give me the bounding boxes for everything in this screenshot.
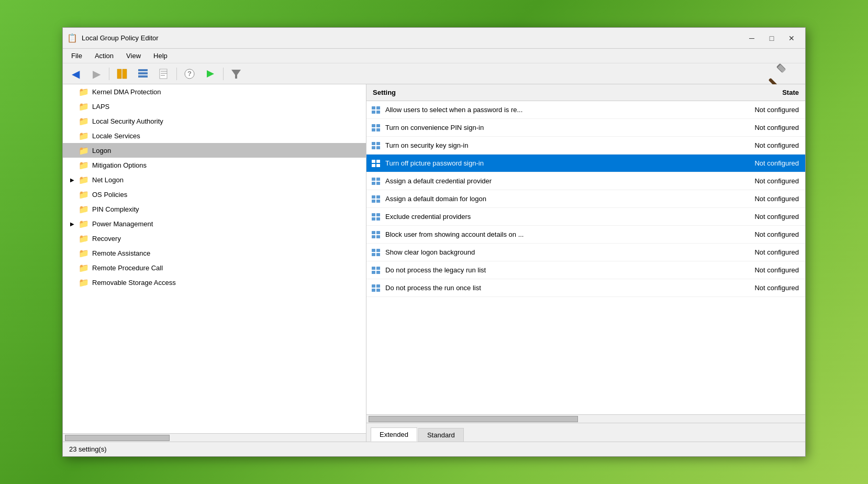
- show-hide-button[interactable]: [113, 65, 131, 82]
- tree-item-removable-storage[interactable]: 📁 Removable Storage Access: [63, 275, 366, 290]
- svg-rect-23: [372, 128, 375, 131]
- setting-state: Not configured: [690, 264, 805, 276]
- settings-row[interactable]: Block user from showing account details …: [366, 226, 805, 244]
- svg-rect-43: [372, 217, 375, 221]
- svg-rect-50: [376, 249, 380, 252]
- tab-standard[interactable]: Standard: [418, 428, 464, 442]
- svg-rect-32: [376, 164, 380, 167]
- back-button[interactable]: ◀: [66, 65, 85, 82]
- content-area: 📁 Kernel DMA Protection 📁 LAPS 📁 Local S…: [63, 84, 805, 442]
- svg-rect-27: [372, 146, 375, 149]
- tree-item-label: Recovery: [92, 235, 121, 243]
- settings-row[interactable]: Exclude credential providers Not configu…: [366, 208, 805, 226]
- menu-action[interactable]: Action: [88, 51, 120, 61]
- setting-name: Do not process the run once list: [381, 282, 690, 294]
- svg-rect-34: [376, 178, 380, 181]
- settings-row[interactable]: Do not process the legacy run list Not c…: [366, 261, 805, 279]
- setting-state: Not configured: [690, 228, 805, 240]
- svg-rect-26: [376, 142, 380, 145]
- settings-row[interactable]: Do not process the run once list Not con…: [366, 279, 805, 297]
- settings-row[interactable]: Assign a default domain for logon Not co…: [366, 190, 805, 208]
- setting-icon: [366, 267, 381, 274]
- svg-rect-22: [376, 124, 380, 127]
- setting-icon: [366, 160, 381, 167]
- title-bar: 📋 Local Group Policy Editor ─ □ ✕: [63, 28, 805, 49]
- help-button[interactable]: ?: [180, 65, 199, 82]
- folder-icon: 📁: [79, 219, 89, 229]
- svg-rect-25: [372, 142, 375, 145]
- menu-file[interactable]: File: [65, 51, 88, 61]
- folder-icon: 📁: [79, 87, 89, 97]
- tree-item-locale-services[interactable]: 📁 Locale Services: [63, 128, 366, 143]
- maximize-button[interactable]: □: [762, 31, 781, 46]
- tree-item-kernel-dma[interactable]: 📁 Kernel DMA Protection: [63, 84, 366, 99]
- run-button[interactable]: [201, 65, 220, 82]
- left-pane-scrollbar[interactable]: [63, 433, 366, 442]
- tree-item-remote-procedure[interactable]: 📁 Remote Procedure Call: [63, 260, 366, 275]
- tree-item-label: Power Management: [92, 220, 153, 228]
- setting-state: Not configured: [690, 157, 805, 169]
- toolbar-separator-3: [223, 68, 224, 80]
- close-button[interactable]: ✕: [782, 31, 801, 46]
- settings-row[interactable]: Allow users to select when a password is…: [366, 101, 805, 119]
- folder-icon: 📁: [79, 146, 89, 156]
- setting-icon: [366, 178, 381, 185]
- properties-button[interactable]: [154, 65, 173, 82]
- tree-item-mitigation[interactable]: 📁 Mitigation Options: [63, 158, 366, 172]
- right-pane-scrollbar[interactable]: [366, 414, 805, 423]
- tree-item-logon[interactable]: 📁 Logon: [63, 143, 366, 158]
- tree-item-label: Logon: [92, 147, 111, 155]
- tree-item-label: Remote Assistance: [92, 249, 150, 257]
- status-bar: 23 setting(s): [63, 442, 805, 456]
- tree-item-laps[interactable]: 📁 LAPS: [63, 99, 366, 114]
- tree-item-label: PIN Complexity: [92, 205, 139, 213]
- tree-item-label: Kernel DMA Protection: [92, 88, 161, 96]
- details-button[interactable]: [133, 65, 152, 82]
- settings-row[interactable]: Show clear logon background Not configur…: [366, 244, 805, 261]
- setting-state: Not configured: [690, 282, 805, 294]
- menu-help[interactable]: Help: [147, 51, 174, 61]
- setting-state: Not configured: [690, 246, 805, 258]
- tree-item-os-policies[interactable]: 📁 OS Policies: [63, 187, 366, 202]
- tree-item-label: Removable Storage Access: [92, 279, 176, 287]
- svg-rect-45: [372, 231, 375, 234]
- svg-rect-55: [372, 271, 375, 274]
- svg-rect-57: [372, 284, 375, 288]
- menu-view[interactable]: View: [120, 51, 147, 61]
- settings-row[interactable]: Turn on convenience PIN sign-in Not conf…: [366, 119, 805, 137]
- folder-icon: 📁: [79, 102, 89, 112]
- minimize-button[interactable]: ─: [742, 31, 761, 46]
- svg-rect-5: [160, 69, 167, 79]
- toolbar-separator-1: [109, 68, 109, 80]
- settings-row[interactable]: Turn on security key sign-in Not configu…: [366, 137, 805, 155]
- svg-marker-12: [231, 70, 241, 79]
- setting-name: Allow users to select when a password is…: [381, 104, 690, 116]
- svg-rect-20: [376, 111, 380, 114]
- tree-item-remote-assistance[interactable]: 📁 Remote Assistance: [63, 246, 366, 260]
- tab-extended[interactable]: Extended: [371, 427, 417, 442]
- filter-button[interactable]: [227, 65, 246, 82]
- svg-rect-59: [372, 289, 375, 292]
- folder-icon: 📁: [79, 234, 89, 244]
- tree-item-power-management[interactable]: ▶ 📁 Power Management: [63, 216, 366, 231]
- tree-item-local-security[interactable]: 📁 Local Security Authority: [63, 114, 366, 128]
- setting-name: Turn off picture password sign-in: [381, 157, 690, 169]
- forward-button[interactable]: ▶: [87, 65, 106, 82]
- svg-text:?: ?: [187, 70, 192, 78]
- tree-item-net-logon[interactable]: ▶ 📁 Net Logon: [63, 172, 366, 187]
- tree-item-label: OS Policies: [92, 191, 127, 199]
- settings-header: Setting State: [366, 84, 805, 101]
- scrollbar-thumb[interactable]: [369, 416, 578, 422]
- settings-row[interactable]: Assign a default credential provider Not…: [366, 172, 805, 190]
- settings-row-selected[interactable]: Turn off picture password sign-in Not co…: [366, 155, 805, 172]
- tree-item-pin-complexity[interactable]: 📁 PIN Complexity: [63, 202, 366, 216]
- scrollbar-thumb[interactable]: [65, 435, 170, 441]
- setting-name: Exclude credential providers: [381, 211, 690, 223]
- folder-icon: 📁: [79, 278, 89, 288]
- setting-icon: [366, 124, 381, 131]
- tree-item-recovery[interactable]: 📁 Recovery: [63, 231, 366, 246]
- svg-rect-46: [376, 231, 380, 234]
- folder-icon: 📁: [79, 263, 89, 273]
- setting-name: Turn on security key sign-in: [381, 139, 690, 151]
- setting-state: Not configured: [690, 104, 805, 116]
